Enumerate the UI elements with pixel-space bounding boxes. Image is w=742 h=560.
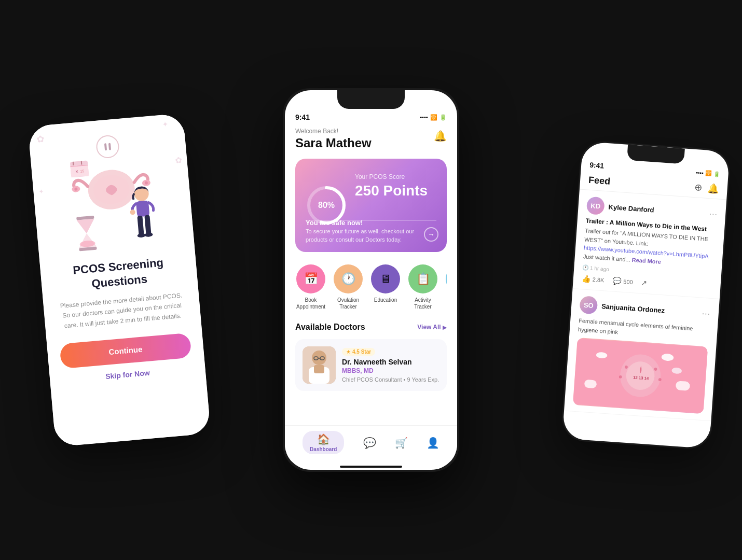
like-icon: 👍 [581, 274, 590, 283]
svg-rect-9 [71, 165, 89, 177]
woman-illustration [124, 183, 163, 248]
post-1-more-icon[interactable]: ⋯ [709, 209, 718, 219]
notification-icon[interactable]: 🔔 [434, 130, 447, 142]
doctor-info: ★ 4.5 Star Dr. Navneeth Selvan MBBS, MD … [342, 346, 439, 383]
doctor-meta: Chief PCOS Consultant • 9 Years Exp. [342, 376, 439, 383]
nav-chat[interactable]: 💬 [363, 437, 376, 449]
view-all-button[interactable]: View All ▶ [417, 324, 447, 331]
view-all-arrow-icon: ▶ [443, 325, 447, 330]
score-info: Your PCOS Score 250 Points [355, 173, 428, 199]
left-description: Please provide the more detail about PCO… [56, 290, 188, 331]
center-time: 9:41 [295, 113, 310, 121]
quick-action-activity[interactable]: 📋 ActivityTracker [407, 264, 438, 310]
quick-action-education[interactable]: 🖥 Education [370, 264, 401, 310]
cart-icon: 🛒 [395, 437, 408, 449]
score-cta-text: To secure your future as well, checkout … [306, 228, 424, 244]
deco-1: ✿ [36, 133, 45, 145]
nav-profile[interactable]: 👤 [427, 437, 439, 449]
svg-text:15: 15 [80, 169, 84, 173]
deco-2: ✦ [161, 120, 168, 129]
add-post-icon[interactable]: ⊕ [694, 181, 703, 193]
post-1-body: Trailer out for "A MILLION WAYS TO DIE I… [583, 227, 716, 270]
score-arrow-button[interactable]: → [424, 227, 438, 242]
nav-dashboard-label: Dashboard [310, 446, 337, 452]
bottom-nav: 🏠 Dashboard 💬 🛒 👤 [285, 425, 457, 461]
post-2-author: Sanjuanita Ordonez [601, 302, 665, 314]
doctors-section-header: Available Doctors View All ▶ [295, 323, 447, 332]
post-1-author: Kylee Danford [608, 203, 654, 214]
left-phone: ✿ ✦ ✿ ✦ [28, 113, 211, 447]
book-appointment-icon: 📅 [296, 264, 325, 293]
activity-tracker-icon: 📋 [408, 264, 437, 293]
post-1-share[interactable]: ↗ [641, 278, 648, 287]
quick-actions: 📅 BookAppointment 🕐 OvulationTracker 🖥 E… [295, 264, 447, 310]
clock-icon: 🕐 [582, 264, 589, 271]
nav-cart[interactable]: 🛒 [395, 437, 408, 449]
ovulation-tracker-label: OvulationTracker [337, 297, 359, 310]
feed-posts: KD Kylee Danford ⋯ Trailer : A Million W… [562, 190, 726, 449]
doctor-card[interactable]: ★ 4.5 Star Dr. Navneeth Selvan MBBS, MD … [295, 339, 447, 391]
star-icon: ★ [346, 349, 351, 355]
comment-icon: 💬 [612, 276, 622, 285]
rating-value: 4.5 Star [352, 349, 371, 355]
read-more-1[interactable]: Read More [631, 256, 661, 264]
welcome-text: Welcome Back! [295, 128, 372, 135]
score-label: Your PCOS Score [355, 173, 428, 180]
wifi-icon: 🛜 [430, 114, 437, 121]
left-title: PCOS Screening Questions [52, 254, 185, 295]
svg-point-21 [144, 232, 153, 237]
quick-action-book[interactable]: 📅 BookAppointment [295, 264, 326, 310]
score-safe-text: You are safe now! [306, 219, 424, 227]
notification-bell-icon[interactable]: 🔔 [707, 183, 719, 194]
score-card: 80% Your PCOS Score 250 Points You are s… [295, 159, 447, 252]
continue-button[interactable]: Continue [59, 332, 191, 369]
score-value: 250 Points [355, 183, 428, 199]
doctor-rating: ★ 4.5 Star [342, 348, 375, 356]
education-label: Education [374, 297, 397, 303]
doctor-degree: MBBS, MD [342, 367, 439, 374]
comment-count: 500 [623, 278, 633, 285]
quick-action-ovulation[interactable]: 🕐 OvulationTracker [333, 264, 364, 310]
svg-text:13: 13 [639, 375, 644, 381]
battery-icon: 🔋 [439, 114, 447, 121]
home-icon: 🏠 [317, 433, 330, 445]
post-1-like[interactable]: 👍 2.8K [581, 274, 604, 284]
doctor-name: Dr. Navneeth Selvan [342, 358, 439, 366]
chat-icon: 💬 [363, 437, 376, 449]
post-2-image: 12 13 14 [573, 338, 708, 414]
svg-rect-19 [144, 215, 151, 235]
education-icon: 🖥 [371, 264, 400, 293]
right-time: 9:41 [589, 161, 604, 170]
deco-4: ✦ [38, 188, 44, 195]
svg-rect-38 [676, 381, 691, 390]
score-percent: 80% [318, 201, 335, 210]
center-phone: 9:41 ▪▪▪▪ 🛜 🔋 Welcome Back! Sara Mathew … [283, 88, 459, 472]
post-2-more-icon[interactable]: ⋯ [702, 308, 710, 318]
svg-text:✕: ✕ [75, 169, 79, 174]
feed-title: Feed [588, 174, 611, 187]
ovulation-tracker-icon: 🕐 [334, 264, 363, 293]
score-bottom: You are safe now! To secure your future … [306, 219, 424, 244]
left-illustration: ✕ 15 [50, 130, 174, 259]
right-wifi-icon: 🛜 [705, 170, 712, 176]
svg-text:14: 14 [644, 376, 649, 381]
doctor-illustration [303, 346, 336, 384]
post-1-comment[interactable]: 💬 500 [612, 276, 633, 286]
pause-icon [104, 143, 111, 150]
post-image-svg: 12 13 14 [573, 338, 708, 414]
doctors-section-title: Available Doctors [295, 323, 365, 332]
center-status-icons: ▪▪▪▪ 🛜 🔋 [420, 114, 447, 121]
quick-action-pcos[interactable]: ➕ PCOSClinics [445, 264, 447, 310]
right-battery-icon: 🔋 [713, 171, 720, 177]
post-2-avatar: SO [579, 296, 598, 314]
svg-point-22 [130, 209, 135, 215]
svg-text:12: 12 [633, 375, 638, 381]
feed-post-1: KD Kylee Danford ⋯ Trailer : A Million W… [572, 190, 726, 299]
profile-icon: 👤 [427, 437, 439, 449]
pcos-clinics-icon: ➕ [446, 264, 447, 293]
book-appointment-label: BookAppointment [296, 297, 325, 310]
activity-tracker-label: ActivityTracker [414, 297, 432, 310]
nav-dashboard[interactable]: 🏠 Dashboard [303, 431, 344, 454]
skip-link[interactable]: Skip for Now [105, 368, 150, 380]
svg-line-8 [81, 161, 82, 165]
